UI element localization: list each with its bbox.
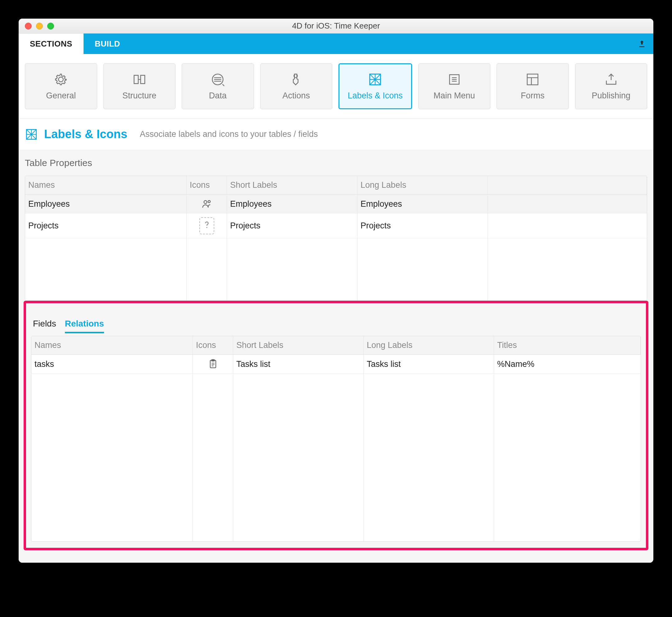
field-tabs: Fields Relations [33,319,641,333]
svg-point-8 [206,227,207,228]
col-names: Names [25,176,187,195]
col-blank [488,176,647,195]
col-short: Short Labels [227,176,357,195]
col-names: Names [31,336,193,355]
svg-rect-4 [527,74,538,85]
relation-row-short[interactable]: Tasks list [233,355,364,374]
section-title: Labels & Icons [44,128,127,141]
gear-icon [54,72,68,86]
table-row-icon[interactable] [187,214,227,238]
empty-cell [357,238,488,300]
table-row-extra [488,195,647,214]
table-row-short[interactable]: Employees [227,195,357,214]
col-icons: Icons [187,176,227,195]
clipboard-icon [207,359,219,370]
nav-label: Labels & Icons [348,91,403,100]
section-header: Labels & Icons Associate labels and icon… [19,119,653,150]
tab-build[interactable]: BUILD [83,33,131,54]
relation-row-title[interactable]: %Name% [494,355,641,374]
nav-label: Forms [521,91,545,100]
question-icon [199,217,214,234]
empty-cell [488,238,647,300]
empty-cell [187,238,227,300]
app-window: 4D for iOS: Time Keeper SECTIONS BUILD G… [19,19,653,563]
svg-point-7 [208,201,210,203]
main-menu-icon [447,72,462,86]
relations-grid: Names Icons Short Labels Long Labels Tit… [31,336,641,542]
section-subtitle: Associate labels and icons to your table… [140,130,318,139]
empty-cell [494,374,641,541]
col-short: Short Labels [233,336,364,355]
window-title: 4D for iOS: Time Keeper [19,21,653,31]
tab-relations[interactable]: Relations [65,319,104,333]
col-icons: Icons [193,336,233,355]
tab-sections[interactable]: SECTIONS [19,33,83,54]
forms-icon [525,72,540,86]
col-long: Long Labels [364,336,494,355]
close-button[interactable] [25,23,32,29]
nav-general[interactable]: General [25,63,97,109]
relation-row-icon[interactable] [193,355,233,374]
table-row-name[interactable]: Projects [25,214,187,238]
table-row-long[interactable]: Employees [357,195,488,214]
relations-highlight: Fields Relations Names Icons Short Label… [24,301,648,550]
relation-row-long[interactable]: Tasks list [364,355,494,374]
minimize-button[interactable] [36,23,43,29]
empty-cell [31,374,193,541]
col-titles: Titles [494,336,641,355]
svg-point-6 [204,201,207,204]
nav-forms[interactable]: Forms [497,63,569,109]
primary-tabbar: SECTIONS BUILD [19,33,653,54]
relation-row-name[interactable]: tasks [31,355,193,374]
table-properties-grid: Names Icons Short Labels Long Labels Emp… [25,176,647,301]
labels-icons-icon [368,72,382,86]
window-controls [19,23,54,29]
section-nav: General Structure Data Actions Labels & … [19,54,653,119]
nav-label: Structure [122,91,157,100]
empty-cell [25,238,187,300]
table-row-extra [488,214,647,238]
col-long: Long Labels [357,176,488,195]
table-row-name[interactable]: Employees [25,195,187,214]
nav-label: Main Menu [434,91,475,100]
nav-publishing[interactable]: Publishing [575,63,648,109]
nav-main-menu[interactable]: Main Menu [418,63,491,109]
nav-data[interactable]: Data [182,63,254,109]
structure-icon [132,72,147,86]
nav-label: Publishing [592,91,630,100]
tab-fields[interactable]: Fields [33,319,56,333]
nav-label: General [46,91,76,100]
nav-structure[interactable]: Structure [104,63,176,109]
actions-icon [289,72,303,86]
panel-body: Table Properties Names Icons Short Label… [19,150,653,563]
publishing-icon [604,72,618,86]
nav-label: Actions [282,91,310,100]
zoom-button[interactable] [47,23,54,29]
table-row-long[interactable]: Projects [357,214,488,238]
empty-cell [193,374,233,541]
nav-labels-icons[interactable]: Labels & Icons [338,63,412,109]
people-icon [201,198,212,209]
titlebar: 4D for iOS: Time Keeper [19,19,653,33]
nav-label: Data [209,91,227,100]
svg-rect-9 [210,360,216,368]
table-row-icon[interactable] [187,195,227,214]
table-properties-title: Table Properties [25,158,647,168]
empty-cell [233,374,364,541]
table-row-short[interactable]: Projects [227,214,357,238]
data-icon [210,72,225,86]
nav-actions[interactable]: Actions [260,63,333,109]
empty-cell [364,374,494,541]
upload-button[interactable] [634,33,650,54]
empty-cell [227,238,357,300]
labels-icons-icon [25,128,38,141]
upload-icon [638,39,646,48]
